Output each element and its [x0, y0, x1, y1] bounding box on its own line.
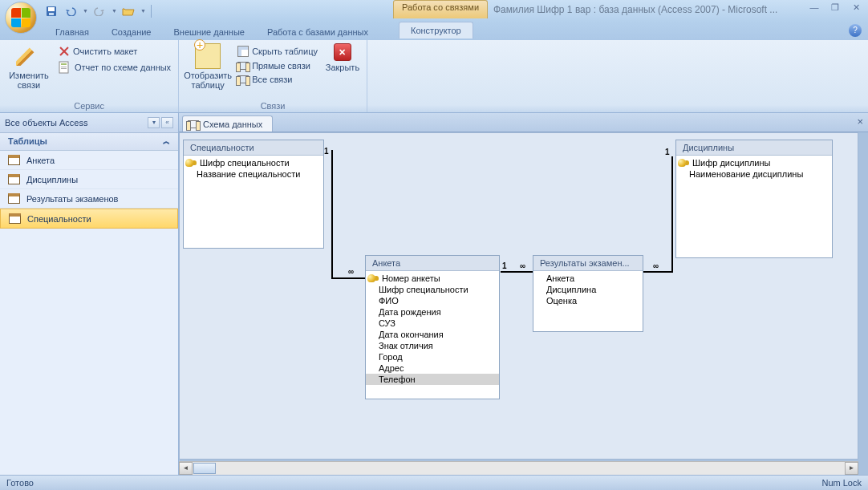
table-specialties[interactable]: Специальности Шифр специальностиНазвание…: [183, 140, 324, 249]
scroll-right-button[interactable]: ►: [845, 462, 858, 475]
edit-relationships-button[interactable]: Изменить связи: [5, 42, 53, 90]
ribbon-group-relationships: Отобразить таблицу Скрыть таблицу Прямые…: [179, 40, 367, 112]
schema-icon: [188, 120, 199, 128]
minimize-button[interactable]: —: [807, 2, 821, 13]
ribbon-group-label: Связи: [184, 99, 362, 112]
collapse-section-icon: ︽: [163, 136, 170, 147]
ribbon-group-tools: Изменить связи Очистить макет Отчет по с…: [0, 40, 179, 112]
window-title: Фамилия Шифр 1 вар : база данных (Access…: [493, 4, 777, 15]
table-field[interactable]: Номер анкеты: [366, 273, 499, 284]
redo-icon[interactable]: [91, 3, 107, 19]
table-disciplines[interactable]: Дисциплины Шифр дисциплиныНаименование д…: [675, 140, 833, 258]
ribbon-tabs: Главная Создание Внешние данные Работа с…: [0, 22, 868, 40]
svg-rect-6: [61, 68, 67, 69]
tablebox-title[interactable]: Специальности: [184, 140, 323, 156]
svg-rect-1: [48, 7, 55, 11]
redo-dropdown[interactable]: ▼: [112, 8, 117, 14]
status-ready: Готово: [6, 478, 34, 488]
table-icon: [8, 193, 20, 204]
rel-cardinality-many: ∞: [653, 261, 659, 270]
ribbon: Изменить связи Очистить макет Отчет по с…: [0, 40, 868, 113]
document-tabs: Схема данных ×: [179, 113, 868, 132]
rel-cardinality-many: ∞: [348, 267, 354, 276]
table-field[interactable]: Шифр специальности: [366, 284, 499, 295]
navpane-filter-dropdown[interactable]: ▾: [148, 117, 160, 128]
table-field[interactable]: Дата рождения: [366, 306, 499, 318]
navpane-item[interactable]: Дисциплины: [0, 170, 178, 189]
table-field[interactable]: Шифр специальности: [184, 157, 323, 168]
table-field[interactable]: СУЗ: [366, 318, 499, 329]
navpane-collapse-button[interactable]: «: [161, 117, 173, 128]
table-field[interactable]: Анкета: [533, 273, 643, 284]
navpane-item[interactable]: Анкета: [0, 151, 178, 170]
table-field[interactable]: Город: [366, 351, 499, 362]
direct-rel-icon: [237, 62, 249, 70]
undo-dropdown[interactable]: ▼: [83, 8, 88, 14]
restore-button[interactable]: ❐: [828, 2, 842, 13]
navpane-item[interactable]: Результаты экзаменов: [0, 189, 178, 209]
navpane-item[interactable]: Специальности: [0, 209, 178, 229]
close-relationships-button[interactable]: ✕ Закрыть: [323, 42, 362, 72]
table-field[interactable]: Дата окончания: [366, 329, 499, 340]
titlebar: ▼ ▼ ▼ Работа со связями Фамилия Шифр 1 в…: [0, 0, 868, 22]
table-field[interactable]: Наименование дисциплины: [676, 168, 832, 180]
relationship-report-button[interactable]: Отчет по схеме данных: [56, 59, 173, 75]
scroll-left-button[interactable]: ◄: [179, 462, 193, 475]
tablebox-title[interactable]: Дисциплины: [676, 140, 832, 156]
table-field[interactable]: Дисциплина: [533, 284, 643, 295]
navpane-header[interactable]: Все объекты Access ▾ «: [0, 113, 178, 133]
svg-rect-2: [49, 13, 54, 15]
help-icon[interactable]: ?: [849, 24, 862, 37]
all-rel-icon: [237, 75, 249, 83]
navpane-item-label: Специальности: [27, 214, 91, 224]
doc-close-button[interactable]: ×: [857, 115, 863, 128]
status-numlock: Num Lock: [821, 478, 862, 488]
horizontal-scrollbar[interactable]: ◄ ►: [179, 461, 858, 475]
table-icon: [8, 155, 20, 165]
navigation-pane: Все объекты Access ▾ « Таблицы ︽ АнкетаД…: [0, 113, 179, 475]
quick-access-toolbar: ▼ ▼ ▼: [43, 3, 153, 19]
tab-external-data[interactable]: Внешние данные: [163, 24, 256, 40]
ribbon-group-label: Сервис: [5, 99, 173, 112]
table-field[interactable]: Телефон: [366, 374, 499, 385]
table-field[interactable]: Знак отличия: [366, 340, 499, 351]
all-relationships-button[interactable]: Все связи: [235, 73, 320, 86]
rel-cardinality-one: 1: [665, 148, 670, 156]
close-icon: ✕: [334, 43, 351, 61]
table-icon: [8, 174, 20, 184]
navpane-item-label: Дисциплины: [26, 175, 78, 184]
table-field[interactable]: Название специальности: [184, 168, 323, 180]
tab-create[interactable]: Создание: [100, 24, 163, 40]
statusbar: Готово Num Lock: [0, 475, 868, 490]
undo-icon[interactable]: [63, 3, 79, 19]
open-icon[interactable]: [120, 3, 136, 19]
table-field[interactable]: Оценка: [533, 295, 643, 306]
show-table-button[interactable]: Отобразить таблицу: [184, 42, 232, 90]
tab-home[interactable]: Главная: [44, 24, 100, 40]
scroll-thumb[interactable]: [193, 463, 216, 474]
hide-table-button[interactable]: Скрыть таблицу: [235, 44, 320, 59]
relationships-canvas[interactable]: 1 ∞ 1 ∞ ∞ 1 Специальности Шифр специальн…: [179, 132, 858, 460]
tab-database-tools[interactable]: Работа с базами данных: [256, 24, 379, 40]
rel-cardinality-one: 1: [502, 261, 507, 270]
qat-more-dropdown[interactable]: ▼: [140, 8, 146, 14]
clear-layout-button[interactable]: Очистить макет: [56, 44, 173, 59]
save-icon[interactable]: [43, 3, 59, 19]
table-field[interactable]: ФИО: [366, 295, 499, 306]
office-button[interactable]: [5, 2, 37, 34]
navpane-item-label: Результаты экзаменов: [26, 194, 118, 204]
close-button[interactable]: ✕: [849, 2, 863, 13]
table-anketa[interactable]: Анкета Номер анкетыШифр специальностиФИО…: [365, 255, 500, 399]
contextual-tab-group: Работа со связями: [393, 0, 488, 18]
table-results[interactable]: Результаты экзамен... АнкетаДисциплинаОц…: [533, 255, 643, 332]
rel-cardinality-many: ∞: [520, 261, 525, 270]
tab-design[interactable]: Конструктор: [399, 22, 473, 38]
tablebox-title[interactable]: Анкета: [366, 256, 499, 271]
show-table-icon: [195, 43, 221, 69]
table-field[interactable]: Адрес: [366, 362, 499, 374]
tablebox-title[interactable]: Результаты экзамен...: [533, 256, 643, 271]
doc-tab-schema[interactable]: Схема данных: [182, 115, 273, 132]
navpane-section-tables[interactable]: Таблицы ︽: [0, 133, 178, 151]
direct-relationships-button[interactable]: Прямые связи: [235, 59, 320, 72]
table-field[interactable]: Шифр дисциплины: [676, 157, 832, 168]
